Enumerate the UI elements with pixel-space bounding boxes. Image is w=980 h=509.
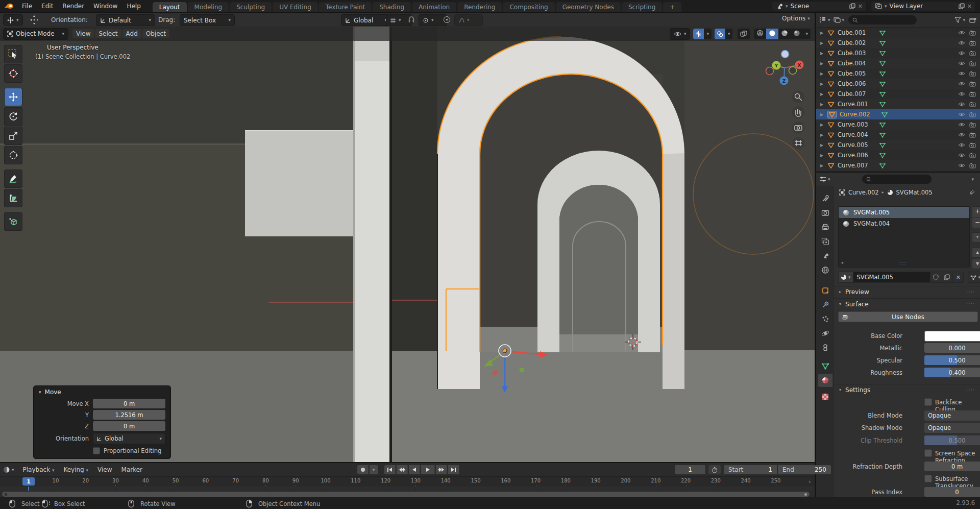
outliner-item-curve-001[interactable]: ▶ Curve.001 (816, 99, 980, 109)
refraction-depth-field[interactable]: 0 m (924, 462, 980, 471)
properties-tab-tool[interactable] (818, 192, 832, 205)
remove-slot-button[interactable]: − (972, 217, 980, 228)
hide-in-viewport-icon[interactable] (958, 40, 965, 45)
add-cube-tool[interactable] (4, 212, 22, 231)
properties-tab-modifiers[interactable] (818, 298, 832, 311)
properties-tab-texture[interactable] (818, 390, 832, 403)
fake-user-button[interactable] (930, 272, 941, 283)
record-button[interactable] (357, 465, 369, 474)
use-preview-range-button[interactable] (708, 465, 721, 474)
viewport-menu-view[interactable]: View (72, 29, 94, 38)
properties-tab-material[interactable] (818, 374, 832, 387)
list-expand-icon[interactable]: ▸ (842, 261, 844, 265)
move-field-y[interactable]: 1.2516 m (93, 410, 165, 420)
settings-section-header[interactable]: ▾ Settings ∷∷ (833, 384, 980, 395)
workspace-tab-[interactable]: + (663, 2, 681, 12)
blender-logo-icon[interactable] (4, 2, 14, 10)
hide-in-viewport-icon[interactable] (958, 153, 965, 158)
orientation-dropdown[interactable]: Default ▾ (96, 14, 155, 26)
disable-in-renders-icon[interactable] (969, 30, 976, 36)
outliner-item-curve-003[interactable]: ▶ Curve.003 (816, 119, 980, 130)
hide-in-viewport-icon[interactable] (958, 163, 965, 168)
properties-tab-particles[interactable] (818, 312, 832, 326)
next-keyframe-button[interactable] (436, 465, 447, 474)
outliner-item-curve-002[interactable]: ▶ Curve.002 (816, 109, 980, 119)
chevron-down-icon[interactable]: ▾ (963, 18, 965, 22)
outliner-item-label[interactable]: Cube.006 (838, 80, 879, 87)
material-link-dropdown[interactable]: ▾ (968, 272, 980, 283)
disable-in-renders-icon[interactable] (969, 142, 976, 148)
outliner-item-label[interactable]: Cube.005 (838, 70, 879, 77)
workspace-tab-rendering[interactable]: Rendering (457, 2, 502, 12)
hide-in-viewport-icon[interactable] (958, 102, 965, 107)
outliner-item-cube-004[interactable]: ▶ Cube.004 (816, 58, 980, 68)
nav-axis-neg-x[interactable] (766, 67, 774, 75)
outliner-item-label[interactable]: Cube.002 (838, 39, 879, 46)
expand-arrow-icon[interactable]: ▶ (820, 71, 827, 76)
current-frame-field[interactable]: 1 (675, 465, 705, 474)
jump-to-end-button[interactable] (448, 465, 459, 474)
list-resize-grip[interactable]: ∷∷ (899, 261, 906, 266)
hide-in-viewport-icon[interactable] (958, 122, 965, 127)
hide-in-viewport-icon[interactable] (958, 112, 965, 117)
transform-orientation-dropdown[interactable]: Global ▾ (341, 14, 391, 26)
menu-file[interactable]: File (17, 2, 37, 11)
slot-move-down-button[interactable]: ▼ (972, 259, 980, 269)
ssr-checkbox[interactable] (924, 449, 932, 457)
close-icon[interactable]: ✕ (858, 3, 863, 10)
disable-in-renders-icon[interactable] (969, 61, 976, 66)
specular-slider[interactable]: 0.500 (924, 355, 980, 365)
outliner-editor-icon[interactable] (819, 17, 826, 23)
outliner-item-label[interactable]: Curve.005 (838, 141, 879, 149)
outliner-item-label[interactable]: Cube.003 (838, 50, 879, 57)
perspective-toggle-button[interactable] (792, 137, 804, 149)
scale-tool[interactable] (4, 127, 22, 145)
timeline-track[interactable] (0, 487, 815, 491)
workspace-tab-modeling[interactable]: Modeling (188, 2, 229, 12)
properties-tab-object[interactable] (818, 284, 832, 297)
add-slot-button[interactable]: + (972, 206, 980, 217)
use-nodes-button[interactable]: Use Nodes (838, 311, 978, 322)
timeline-ruler[interactable]: 1020304050607080901001101201301401501601… (0, 476, 815, 487)
timeline-menu-marker[interactable]: Marker (117, 465, 147, 474)
properties-tab-physics[interactable] (818, 327, 832, 340)
pin-icon[interactable] (969, 189, 975, 196)
outliner-item-curve-005[interactable]: ▶ Curve.005 (816, 140, 980, 150)
transform-tool[interactable] (4, 146, 22, 164)
expand-arrow-icon[interactable]: ▶ (820, 102, 827, 107)
properties-tab-scene[interactable] (818, 249, 832, 262)
view-layer-name[interactable]: View Layer (890, 3, 956, 10)
viewport-menu-select[interactable]: Select (95, 29, 121, 38)
options-chevron-icon[interactable]: ▾ (971, 177, 974, 182)
viewport-menu-object[interactable]: Object (142, 29, 169, 38)
properties-tab-view-layer[interactable] (818, 235, 832, 248)
hide-in-viewport-icon[interactable] (958, 91, 965, 96)
outliner-item-cube-005[interactable]: ▶ Cube.005 (816, 68, 980, 79)
move-field-z[interactable]: 0 m (93, 421, 165, 431)
properties-tab-output[interactable] (818, 221, 832, 234)
breadcrumb-object[interactable]: Curve.002 (848, 189, 879, 196)
workspace-tab-geometry-nodes[interactable]: Geometry Nodes (556, 2, 621, 12)
timeline-editor-icon[interactable] (3, 466, 10, 473)
hide-in-viewport-icon[interactable] (958, 61, 965, 66)
new-material-button[interactable] (941, 272, 953, 283)
play-reverse-button[interactable] (409, 465, 420, 474)
expand-arrow-icon[interactable]: ▶ (820, 123, 827, 127)
outliner-item-label[interactable]: Curve.002 (840, 111, 881, 118)
outliner-item-label[interactable]: Curve.007 (838, 162, 879, 169)
camera-view-button[interactable] (792, 122, 804, 134)
workspace-tab-compositing[interactable]: Compositing (503, 2, 554, 12)
expand-arrow-icon[interactable]: ▶ (820, 112, 827, 117)
prev-keyframe-button[interactable] (397, 465, 408, 474)
shadow-mode-dropdown[interactable]: Opaque▾ (924, 423, 980, 433)
disable-in-renders-icon[interactable] (969, 163, 976, 168)
snap-magnet-icon[interactable] (407, 16, 415, 24)
view-layer-selector[interactable]: ▾ View Layer ✕ (871, 1, 976, 11)
base-color-swatch[interactable] (924, 331, 980, 342)
move-orientation-dropdown[interactable]: Global ▾ (93, 433, 165, 444)
workspace-tab-uv-editing[interactable]: UV Editing (273, 2, 318, 12)
properties-editor-icon[interactable] (819, 176, 826, 182)
workspace-tab-animation[interactable]: Animation (412, 2, 456, 12)
disable-in-renders-icon[interactable] (969, 102, 976, 107)
duplicate-icon[interactable] (959, 3, 965, 9)
